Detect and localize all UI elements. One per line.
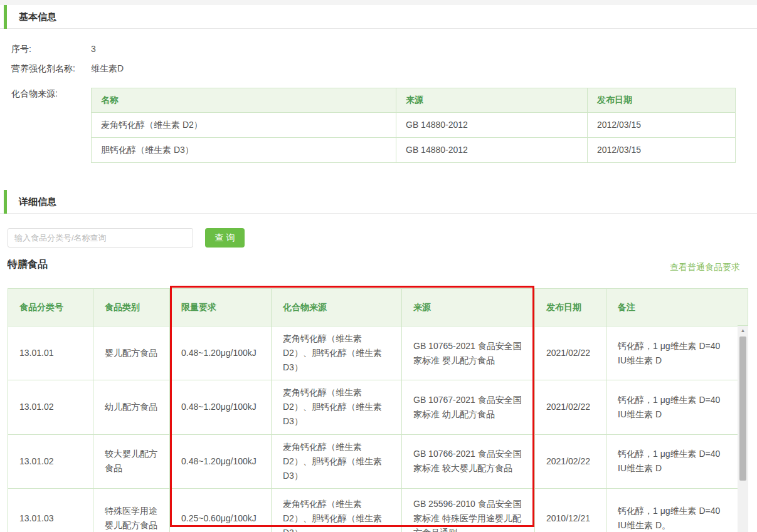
- remark-cell: 钙化醇，1 μg维生素 D=40 IU维生素 D: [606, 326, 738, 380]
- date-cell: 2021/02/22: [535, 326, 606, 380]
- code-cell: 13.01.01: [8, 326, 93, 380]
- detail-info-title: 详细信息: [19, 196, 56, 208]
- limit-cell: 0.48~1.20μg/100kJ: [170, 326, 272, 380]
- table-row: 胆钙化醇（维生素 D3） GB 14880-2012 2012/03/15: [92, 138, 736, 163]
- limit-cell: 0.48~1.20μg/100kJ: [170, 380, 272, 434]
- source-cell: GB 14880-2012: [396, 113, 588, 138]
- special-food-table: 食品分类号 食品类别 限量要求 化合物来源 来源 发布日期 备注 13.01.0…: [8, 288, 738, 532]
- search-input[interactable]: [8, 228, 193, 248]
- table-header-row: 食品分类号 食品类别 限量要求 化合物来源 来源 发布日期 备注: [8, 289, 738, 326]
- table-header-row: 名称 来源 发布日期: [92, 88, 736, 113]
- table-row: 13.01.01 婴儿配方食品 0.48~1.20μg/100kJ 麦角钙化醇（…: [8, 326, 738, 380]
- section-accent-bar: [4, 190, 7, 214]
- view-general-food-link[interactable]: 查看普通食品要求: [670, 262, 740, 273]
- fortifier-name-label: 营养强化剂名称:: [11, 63, 75, 75]
- table-row: 13.01.03 特殊医学用途婴儿配方食品 0.25~0.60μg/100kJ …: [8, 488, 738, 532]
- detail-info-section-header: 详细信息: [0, 190, 757, 214]
- source-cell: GB 10766-2021 食品安全国家标准 较大婴儿配方食品: [402, 434, 535, 488]
- date-cell: 2012/03/15: [588, 138, 736, 163]
- limit-cell: 0.48~1.20μg/100kJ: [170, 434, 272, 488]
- date-cell: 2021/02/22: [535, 434, 606, 488]
- compound-cell: 麦角钙化醇（维生素 D2）、胆钙化醇（维生素 D3）: [272, 434, 402, 488]
- special-food-table-wrap: 食品分类号 食品类别 限量要求 化合物来源 来源 发布日期 备注 13.01.0…: [8, 288, 748, 532]
- table-row: 麦角钙化醇（维生素 D2） GB 14880-2012 2012/03/15: [92, 113, 736, 138]
- compound-name-cell: 胆钙化醇（维生素 D3）: [92, 138, 396, 163]
- date-cell: 2012/03/15: [588, 113, 736, 138]
- code-cell: 13.01.02: [8, 434, 93, 488]
- special-food-title: 特膳食品: [8, 258, 48, 271]
- remark-cell: 钙化醇，1 μg维生素 D=40 IU维生素 D。: [606, 488, 738, 532]
- code-cell: 13.01.02: [8, 380, 93, 434]
- category-cell: 婴儿配方食品: [93, 326, 170, 380]
- column-header: 化合物来源: [272, 289, 402, 326]
- scroll-up-arrow-icon[interactable]: ▲: [738, 326, 748, 336]
- category-cell: 特殊医学用途婴儿配方食品: [93, 488, 170, 532]
- top-strip: [0, 0, 757, 5]
- basic-info-section-header: 基本信息: [0, 5, 757, 29]
- remark-cell: 钙化醇，1 μg维生素 D=40 IU维生素 D: [606, 380, 738, 434]
- column-header: 来源: [402, 289, 535, 326]
- column-header: 食品分类号: [8, 289, 93, 326]
- compound-cell: 麦角钙化醇（维生素 D2）、胆钙化醇（维生素 D3）: [272, 380, 402, 434]
- compound-cell: 麦角钙化醇（维生素 D2）、胆钙化醇（维生素 D3）: [272, 326, 402, 380]
- column-header: 限量要求: [170, 289, 272, 326]
- column-header: 名称: [92, 88, 396, 113]
- column-header: 备注: [606, 289, 738, 326]
- source-cell: GB 14880-2012: [396, 138, 588, 163]
- column-header: 食品类别: [93, 289, 170, 326]
- source-cell: GB 25596-2010 食品安全国家标准 特殊医学用途婴儿配方食品通则: [402, 488, 535, 532]
- table-row: 13.01.02 较大婴儿配方食品 0.48~1.20μg/100kJ 麦角钙化…: [8, 434, 738, 488]
- date-cell: 2010/12/21: [535, 488, 606, 532]
- serial-label: 序号:: [11, 44, 31, 55]
- table-scrollbar: ▲: [738, 288, 748, 532]
- source-cell: GB 10765-2021 食品安全国家标准 婴儿配方食品: [402, 326, 535, 380]
- compound-name-cell: 麦角钙化醇（维生素 D2）: [92, 113, 396, 138]
- column-header: 来源: [396, 88, 588, 113]
- category-cell: 较大婴儿配方食品: [93, 434, 170, 488]
- fortifier-name-value: 维生素D: [91, 63, 124, 75]
- date-cell: 2021/02/22: [535, 380, 606, 434]
- scrollbar-thumb[interactable]: [739, 336, 746, 481]
- search-button[interactable]: 查询: [205, 228, 245, 248]
- category-cell: 幼儿配方食品: [93, 380, 170, 434]
- compound-source-table: 名称 来源 发布日期 麦角钙化醇（维生素 D2） GB 14880-2012 2…: [91, 88, 736, 163]
- basic-info-title: 基本信息: [19, 11, 56, 23]
- column-header: 发布日期: [588, 88, 736, 113]
- limit-cell: 0.25~0.60μg/100kJ: [170, 488, 272, 532]
- page: 基本信息 序号: 3 营养强化剂名称: 维生素D 化合物来源: 名称 来源 发布…: [0, 0, 757, 532]
- serial-value: 3: [91, 44, 96, 54]
- source-cell: GB 10767-2021 食品安全国家标准 幼儿配方食品: [402, 380, 535, 434]
- remark-cell: 钙化醇，1 μg维生素 D=40 IU维生素 D: [606, 434, 738, 488]
- code-cell: 13.01.03: [8, 488, 93, 532]
- compound-cell: 麦角钙化醇（维生素 D2）、胆钙化醇（维生素 D3）: [272, 488, 402, 532]
- compound-source-label: 化合物来源:: [11, 88, 58, 100]
- scrollbar-header-cap: [738, 288, 748, 326]
- table-row: 13.01.02 幼儿配方食品 0.48~1.20μg/100kJ 麦角钙化醇（…: [8, 380, 738, 434]
- section-accent-bar: [4, 5, 7, 29]
- column-header: 发布日期: [535, 289, 606, 326]
